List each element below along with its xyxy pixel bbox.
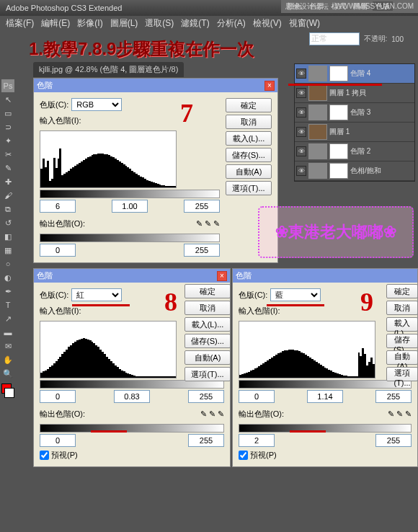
wand-tool[interactable]: ✦ — [1, 134, 14, 147]
output-high[interactable] — [184, 244, 220, 257]
color-swatch[interactable] — [1, 384, 14, 396]
histogram[interactable] — [40, 321, 177, 378]
menu-image[interactable]: 影像(I) — [74, 17, 105, 29]
ok-button[interactable]: 確定 — [184, 284, 231, 298]
output-gradient[interactable] — [40, 424, 224, 433]
layer-row[interactable]: 👁色階 3 — [295, 103, 414, 123]
input-high[interactable] — [375, 390, 412, 403]
cancel-button[interactable]: 取消 — [386, 301, 418, 315]
input-gamma[interactable] — [112, 200, 148, 213]
input-low[interactable] — [239, 390, 275, 403]
path-tool[interactable]: ↗ — [1, 312, 14, 325]
menu-select[interactable]: 選取(S) — [142, 17, 177, 29]
options-button[interactable]: 選項(T)... — [184, 367, 231, 381]
eraser-tool[interactable]: ◧ — [1, 230, 14, 243]
layer-thumb[interactable] — [308, 163, 327, 179]
menu-edit[interactable]: 編輯(E) — [38, 17, 73, 29]
blur-tool[interactable]: ○ — [1, 257, 14, 270]
input-gradient[interactable] — [239, 380, 412, 389]
opacity-value[interactable]: 100 — [391, 35, 404, 43]
background-color[interactable] — [4, 388, 14, 398]
preview-checkbox[interactable] — [239, 451, 248, 460]
load-button[interactable]: 載入(L)... — [226, 131, 272, 146]
lasso-tool[interactable]: ⊃ — [1, 120, 14, 133]
eye-icon[interactable]: 👁 — [296, 127, 306, 137]
layer-thumb[interactable] — [308, 85, 327, 101]
layer-row[interactable]: 👁色階 4 — [295, 64, 414, 84]
eye-icon[interactable]: 👁 — [296, 146, 306, 156]
gradient-tool[interactable]: ▦ — [1, 244, 14, 257]
eyedropper-icons[interactable]: ✎ ✎ ✎ — [388, 409, 412, 419]
eyedropper-icons[interactable]: ✎ ✎ ✎ — [196, 219, 220, 229]
input-gamma[interactable] — [114, 390, 150, 403]
menu-file[interactable]: 檔案(F) — [3, 17, 37, 29]
load-button[interactable]: 載入(L)... — [184, 317, 231, 332]
close-icon[interactable]: × — [217, 271, 227, 281]
eye-icon[interactable]: 👁 — [296, 107, 306, 118]
channel-select[interactable]: 藍 — [270, 288, 321, 301]
input-low[interactable] — [40, 390, 76, 403]
eye-icon[interactable]: 👁 — [296, 68, 306, 79]
document-tab[interactable]: kjlli.jpg @ 42.8% (色階 4, 圖層遮色片/8) — [33, 62, 184, 77]
layer-row[interactable]: 👁色相/飽和 — [295, 161, 414, 181]
ok-button[interactable]: 確定 — [226, 98, 272, 112]
menu-window[interactable]: 視窗(W) — [286, 17, 323, 29]
input-low[interactable] — [40, 200, 76, 213]
marquee-tool[interactable]: ▭ — [1, 107, 14, 120]
levels9-titlebar[interactable]: 色階 — [233, 269, 417, 283]
eye-icon[interactable]: 👁 — [296, 88, 306, 98]
layer-mask[interactable] — [329, 163, 348, 179]
layer-thumb[interactable] — [308, 143, 327, 159]
layer-thumb[interactable] — [308, 66, 327, 81]
layer-mask[interactable] — [329, 105, 348, 120]
layer-row[interactable]: 👁色階 2 — [295, 142, 414, 161]
output-high[interactable] — [375, 434, 412, 447]
save-button[interactable]: 儲存(S)... — [386, 334, 418, 348]
layer-mask[interactable] — [329, 143, 348, 159]
preview-checkbox[interactable] — [40, 451, 49, 460]
hand-tool[interactable]: ✋ — [1, 353, 14, 366]
layer-thumb[interactable] — [308, 124, 327, 140]
options-button[interactable]: 選項(T)... — [386, 367, 418, 381]
pen-tool[interactable]: ✒ — [1, 285, 14, 298]
output-low[interactable] — [40, 244, 76, 257]
notes-tool[interactable]: ✉ — [1, 340, 14, 353]
input-high[interactable] — [184, 200, 220, 213]
layer-row[interactable]: 👁圖層 1 — [295, 123, 414, 142]
channel-select[interactable]: RGB — [71, 98, 122, 111]
menu-view[interactable]: 檢視(V) — [250, 17, 285, 29]
auto-button[interactable]: 自動(A) — [386, 350, 418, 365]
save-button[interactable]: 儲存(S)... — [226, 148, 272, 162]
ok-button[interactable]: 確定 — [386, 284, 418, 298]
layer-thumb[interactable] — [308, 105, 327, 120]
output-low[interactable] — [40, 434, 76, 447]
stamp-tool[interactable]: ⧉ — [1, 203, 14, 216]
eyedropper-tool[interactable]: ✎ — [1, 161, 14, 174]
auto-button[interactable]: 自動(A) — [184, 350, 231, 365]
type-tool[interactable]: T — [1, 298, 14, 311]
layer-mask[interactable] — [329, 66, 348, 81]
input-gamma[interactable] — [307, 390, 343, 403]
input-gradient[interactable] — [40, 190, 220, 198]
output-low[interactable] — [239, 434, 275, 447]
load-button[interactable]: 載入(L)... — [386, 317, 418, 332]
layer-row[interactable]: 👁圖層 1 拷貝 — [295, 84, 414, 103]
history-brush-tool[interactable]: ↺ — [1, 216, 14, 229]
levels7-titlebar[interactable]: 色階 × — [34, 79, 277, 92]
close-icon[interactable]: × — [264, 81, 275, 91]
histogram[interactable] — [40, 130, 177, 188]
ps-icon[interactable]: Ps — [1, 79, 14, 92]
levels8-titlebar[interactable]: 色階 × — [34, 269, 230, 283]
channel-select[interactable]: 紅 — [71, 288, 122, 301]
dodge-tool[interactable]: ◐ — [1, 271, 14, 284]
eyedropper-icons[interactable]: ✎ ✎ ✎ — [200, 409, 224, 419]
options-button[interactable]: 選項(T)... — [226, 181, 272, 195]
blend-mode-select[interactable]: 正常 — [309, 32, 360, 45]
brush-tool[interactable]: 🖌 — [1, 189, 14, 202]
menu-analysis[interactable]: 分析(A) — [214, 17, 249, 29]
shape-tool[interactable]: ▬ — [1, 326, 14, 339]
cancel-button[interactable]: 取消 — [226, 115, 272, 129]
heal-tool[interactable]: ✚ — [1, 175, 14, 188]
menu-layer[interactable]: 圖層(L) — [107, 17, 141, 29]
output-high[interactable] — [188, 434, 224, 447]
